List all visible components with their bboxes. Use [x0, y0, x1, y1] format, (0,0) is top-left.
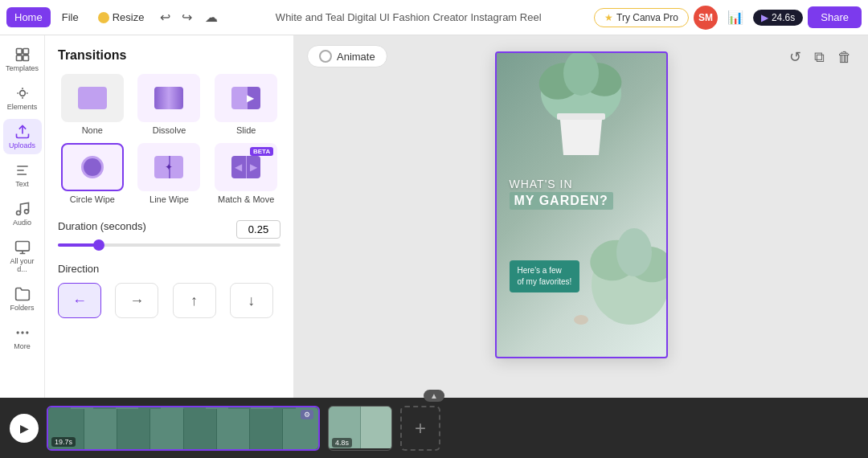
direction-grid: ← → ↑ ↓	[58, 283, 280, 318]
topbar: Home File Resize ↩ ↪ ☁ White and Teal Di…	[0, 0, 868, 35]
direction-up-button[interactable]: ↑	[173, 283, 216, 318]
sidebar-item-text[interactable]: Text	[3, 157, 42, 193]
svg-rect-0	[16, 49, 22, 55]
copy-canvas-button[interactable]: ⧉	[811, 46, 828, 69]
sidebar-item-uploads[interactable]: Uploads	[3, 119, 42, 154]
duration-row: Duration (seconds)	[58, 220, 280, 239]
delete-canvas-button[interactable]: 🗑	[834, 46, 855, 69]
sidebar-item-audio[interactable]: Audio	[3, 196, 42, 231]
undo-button[interactable]: ↩	[155, 6, 175, 29]
resize-button[interactable]: Resize	[90, 7, 153, 27]
transition-circle-wipe[interactable]: Circle Wipe	[58, 143, 127, 204]
stats-icon[interactable]: 📊	[723, 6, 748, 29]
animate-icon	[319, 50, 332, 63]
sidebar-item-templates[interactable]: Templates	[3, 42, 42, 77]
duration-input[interactable]	[236, 220, 280, 239]
svg-rect-16	[557, 113, 605, 120]
topbar-right-group: ★ Try Canva Pro SM 📊 ▶ 24.6s Share	[594, 6, 862, 30]
home-button[interactable]: Home	[6, 7, 51, 27]
transition-line-wipe[interactable]: ✦ Line Wipe	[135, 143, 204, 204]
direction-right-button[interactable]: →	[115, 283, 158, 318]
redo-button[interactable]: ↪	[177, 6, 197, 29]
share-button[interactable]: Share	[808, 6, 862, 28]
transition-match-move-label: Match & Move	[218, 194, 274, 204]
svg-point-9	[16, 331, 18, 333]
svg-point-20	[616, 228, 652, 276]
duration-label: Duration (seconds)	[58, 220, 146, 232]
svg-point-4	[19, 91, 25, 96]
pot	[554, 113, 608, 155]
beta-badge: BETA	[250, 147, 273, 156]
animate-button[interactable]: Animate	[307, 45, 387, 67]
expand-timeline-button[interactable]: ▲	[424, 390, 444, 402]
svg-point-15	[563, 51, 599, 96]
direction-down-button[interactable]: ↓	[230, 283, 273, 318]
main-clip[interactable]: 19.7s ⚙	[47, 406, 320, 451]
play-button[interactable]: ▶	[10, 414, 39, 443]
canvas-toolbar: ↺ ⧉ 🗑	[786, 45, 855, 69]
pebble-decoration	[574, 315, 588, 325]
duration-badge: ▶ 24.6s	[753, 10, 803, 26]
timeline: ▶ ▲ 19.7s ⚙ 4.8s +	[0, 398, 868, 458]
secondary-clip[interactable]: 4.8s	[328, 406, 392, 451]
canvas-area: Animate ↺ ⧉ 🗑	[294, 35, 868, 398]
transitions-panel: Transitions None Dissolve	[45, 35, 294, 398]
transition-dissolve-label: Dissolve	[153, 125, 186, 135]
transition-dissolve[interactable]: Dissolve	[135, 74, 204, 135]
transition-slide[interactable]: ▶ Slide	[211, 74, 280, 135]
main-clip-timestamp: 19.7s	[51, 437, 76, 447]
canvas-text2: MY GARDEN?	[510, 192, 613, 210]
transition-line-wipe-label: Line Wipe	[149, 194, 189, 204]
svg-rect-1	[23, 49, 28, 55]
transition-none[interactable]: None	[58, 74, 127, 135]
canvas-text1: WHAT'S IN	[510, 178, 613, 190]
main-area: Templates Elements Uploads Text Audio Al…	[0, 35, 868, 398]
sidebar-item-more[interactable]: More	[3, 320, 42, 355]
transition-circle-wipe-label: Circle Wipe	[70, 194, 115, 204]
svg-rect-3	[23, 55, 28, 61]
sidebar-item-folders[interactable]: Folders	[3, 281, 42, 317]
plant-top	[533, 51, 629, 121]
svg-point-7	[24, 210, 28, 214]
transitions-grid: None Dissolve ▶ Slide	[58, 74, 280, 204]
sidebar-item-elements[interactable]: Elements	[3, 80, 42, 116]
transition-match-move[interactable]: ◀ ▶ BETA Match & Move	[211, 143, 280, 204]
svg-point-11	[26, 331, 28, 333]
transition-slide-label: Slide	[236, 125, 256, 135]
sidebar: Templates Elements Uploads Text Audio Al…	[0, 35, 45, 398]
panel-title: Transitions	[58, 48, 280, 63]
avatar[interactable]: SM	[694, 6, 718, 30]
direction-label: Direction	[58, 263, 280, 275]
try-canva-pro-button[interactable]: ★ Try Canva Pro	[594, 8, 689, 27]
sidebar-item-all-designs[interactable]: All your d...	[3, 235, 42, 278]
svg-rect-2	[16, 55, 22, 61]
duration-slider[interactable]	[58, 243, 280, 247]
cloud-save-button[interactable]: ☁	[200, 6, 223, 29]
transition-none-label: None	[82, 125, 103, 135]
svg-rect-8	[15, 242, 29, 251]
file-button[interactable]: File	[54, 7, 87, 27]
refresh-button[interactable]: ↺	[786, 45, 805, 69]
canvas-text-block: WHAT'S IN MY GARDEN?	[510, 178, 613, 210]
design-canvas[interactable]: WHAT'S IN MY GARDEN? Here's a few of my …	[495, 51, 668, 358]
add-clip-button[interactable]: +	[400, 406, 440, 451]
duration-section: Duration (seconds)	[58, 220, 280, 263]
document-title: White and Teal Digital UI Fashion Creato…	[226, 11, 591, 23]
direction-left-button[interactable]: ←	[58, 283, 101, 318]
plant-bottom	[590, 220, 668, 325]
secondary-clip-timestamp: 4.8s	[332, 438, 352, 448]
svg-point-6	[16, 211, 20, 215]
undo-redo-group: ↩ ↪	[155, 6, 197, 29]
svg-point-10	[21, 331, 23, 333]
canvas-caption: Here's a few of my favorites!	[510, 260, 580, 292]
direction-section: Direction ← → ↑ ↓	[58, 263, 280, 318]
